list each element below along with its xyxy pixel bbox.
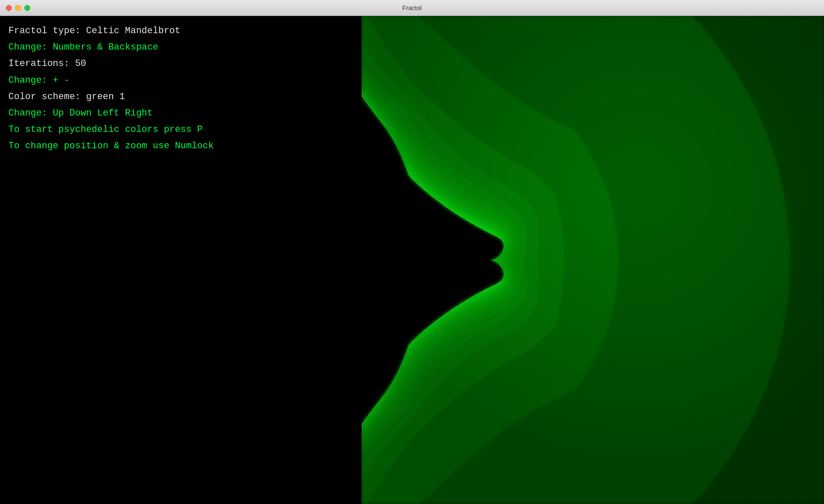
title-bar: Fractol — [0, 0, 824, 16]
maximize-button[interactable] — [24, 5, 30, 11]
fractol-type-line: Fractol type: Celtic Mandelbrot — [8, 24, 214, 38]
change-plus-minus-line: Change: + - — [8, 73, 214, 88]
fractal-canvas — [362, 16, 824, 504]
traffic-lights — [6, 5, 30, 11]
app-window: Fractol type: Celtic Mandelbrot Change: … — [0, 16, 824, 504]
info-panel: Fractol type: Celtic Mandelbrot Change: … — [0, 16, 222, 163]
change-numbers-line: Change: Numbers & Backspace — [8, 40, 214, 55]
numlock-line: To change position & zoom use Numlock — [8, 139, 214, 153]
close-button[interactable] — [6, 5, 12, 11]
window-title: Fractol — [402, 4, 422, 11]
change-directions-line: Change: Up Down Left Right — [8, 106, 214, 121]
minimize-button[interactable] — [15, 5, 21, 11]
psychedelic-line: To start psychedelic colors press P — [8, 122, 214, 137]
color-scheme-line: Color scheme: green 1 — [8, 89, 214, 104]
iterations-line: Iterations: 50 — [8, 56, 214, 71]
